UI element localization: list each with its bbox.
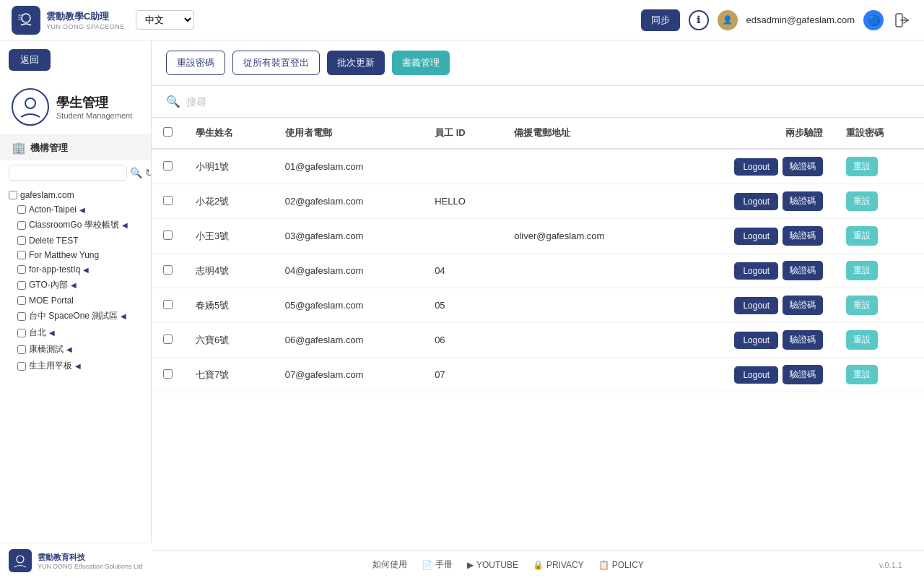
checkbox-taipei[interactable] [17, 329, 26, 337]
sidebar-search-icon[interactable]: 🔍 [130, 167, 142, 178]
verify-button-5[interactable]: 驗證碼 [783, 330, 823, 350]
tree-item-taichung[interactable]: 台中 SpaceOne 測試區 ◀ [14, 308, 145, 324]
row-backup-email-1 [502, 184, 670, 219]
sidebar-tree: gafeslam.com Acton-Taipei ◀ ClassroomGo … [0, 185, 151, 377]
tree-item-gafeslam[interactable]: gafeslam.com [6, 188, 145, 202]
logout-all-button[interactable]: 從所有裝置登出 [232, 51, 320, 75]
checkbox-student-pad[interactable] [17, 362, 26, 371]
tree-label-taichung: 台中 SpaceOne 測試區 [29, 310, 118, 322]
privacy-label: PRIVACY [546, 560, 584, 570]
row-email-0: 01@gafeslam.com [274, 149, 423, 184]
policy-label: POLICY [612, 560, 644, 570]
checkbox-for-app[interactable] [17, 265, 26, 274]
checkbox-gto[interactable] [17, 281, 26, 290]
logout-button-5[interactable]: Logout [734, 332, 778, 349]
row-actions-3: Logout 驗證碼 [670, 254, 834, 288]
logout-button-3[interactable]: Logout [734, 262, 778, 280]
row-checkbox-0[interactable] [163, 161, 173, 171]
tree-item-moe[interactable]: MOE Portal [14, 293, 145, 308]
reset-button-1[interactable]: 重設 [846, 191, 878, 211]
youtube-link[interactable]: ▶ YOUTUBE [467, 560, 518, 570]
tree-item-acton[interactable]: Acton-Taipei ◀ [14, 202, 145, 217]
tree-label-delete-test: Delete TEST [29, 236, 78, 246]
row-email-2: 03@gafeslam.com [274, 219, 423, 254]
footer-links: 如何使用 📄 手冊 ▶ YOUTUBE 🔒 PRIVACY 📋 POLICY [372, 558, 644, 571]
logout-button-0[interactable]: Logout [734, 158, 778, 176]
privacy-link[interactable]: 🔒 PRIVACY [533, 560, 584, 570]
reset-button-6[interactable]: 重設 [846, 365, 878, 384]
row-checkbox-3[interactable] [163, 265, 173, 275]
verify-button-3[interactable]: 驗證碼 [783, 261, 823, 280]
logout-button-6[interactable]: Logout [734, 366, 778, 384]
sidebar-search-input[interactable] [9, 165, 127, 181]
org-management: 🏢 機構管理 [0, 134, 151, 160]
tree-item-student-pad[interactable]: 生主用平板 ◀ [14, 358, 145, 374]
row-checkbox-1[interactable] [163, 196, 173, 205]
svg-rect-0 [15, 9, 37, 31]
sync-button[interactable]: 同步 [641, 9, 680, 31]
tree-item-classroomgo[interactable]: ClassroomGo 學校帳號 ◀ [14, 217, 145, 233]
row-name-4: 春嬌5號 [184, 288, 274, 323]
row-actions-0: Logout 驗證碼 [670, 149, 834, 184]
reset-password-button[interactable]: 重設密碼 [166, 51, 225, 75]
reset-button-5[interactable]: 重設 [846, 330, 878, 350]
reset-button-4[interactable]: 重設 [846, 296, 878, 315]
language-select[interactable]: 中文 English [136, 10, 194, 30]
verify-button-2[interactable]: 驗證碼 [783, 226, 823, 246]
row-empid-0 [423, 149, 502, 184]
tree-item-for-app[interactable]: for-app-testIq ◀ [14, 262, 145, 277]
logout-button-1[interactable]: Logout [734, 193, 778, 210]
reset-button-3[interactable]: 重設 [846, 261, 878, 280]
manual-link[interactable]: 📄 手冊 [422, 558, 453, 571]
select-all-checkbox[interactable] [163, 127, 173, 137]
sidebar-footer: 雲動教育科技 YUN DONG Education Solutions Ltd [0, 543, 152, 551]
sidebar-refresh-icon[interactable]: ↻ [145, 167, 152, 178]
row-name-6: 七寶7號 [184, 358, 274, 392]
header-logout-icon[interactable] [892, 10, 912, 30]
checkbox-moe[interactable] [17, 296, 26, 305]
manual-icon: 📄 [422, 560, 432, 570]
tree-item-delete-test[interactable]: Delete TEST [14, 233, 145, 248]
verify-button-0[interactable]: 驗證碼 [783, 157, 823, 176]
arrow-gto: ◀ [71, 281, 77, 289]
verify-button-1[interactable]: 驗證碼 [783, 191, 823, 211]
checkbox-health[interactable] [17, 345, 26, 354]
version-label: v.0.1.1 [879, 561, 902, 569]
arrow-classroomgo: ◀ [122, 221, 128, 229]
reset-button-2[interactable]: 重設 [846, 226, 878, 246]
checkbox-for-matthew[interactable] [17, 251, 26, 259]
row-checkbox-6[interactable] [163, 369, 173, 379]
tree-label-classroomgo: ClassroomGo 學校帳號 [29, 219, 119, 231]
tree-item-health[interactable]: 康橋測試 ◀ [14, 341, 145, 358]
tree-item-for-matthew[interactable]: For Matthew Yung [14, 248, 145, 262]
main-search-input[interactable] [186, 96, 403, 108]
youtube-icon: ▶ [467, 560, 474, 570]
logout-button-2[interactable]: Logout [734, 228, 778, 245]
checkbox-delete-test[interactable] [17, 236, 26, 245]
table-row: 小王3號 03@gafeslam.com oliver@gafeslam.com… [152, 219, 924, 254]
how-to-use-link[interactable]: 如何使用 [372, 558, 407, 571]
row-checkbox-4[interactable] [163, 300, 173, 309]
row-checkbox-5[interactable] [163, 335, 173, 344]
checkbox-classroomgo[interactable] [17, 221, 26, 230]
tree-item-gto[interactable]: GTO-內部 ◀ [14, 277, 145, 293]
row-checkbox-2[interactable] [163, 230, 173, 240]
notification-icon[interactable]: 🔵 [863, 10, 884, 30]
reset-button-0[interactable]: 重設 [846, 157, 878, 176]
checkbox-acton[interactable] [17, 205, 26, 214]
sidebar-avatar [12, 88, 49, 126]
logout-button-4[interactable]: Logout [734, 297, 778, 314]
tree-item-taipei[interactable]: 台北 ◀ [14, 324, 145, 341]
info-icon[interactable]: ℹ [689, 10, 709, 30]
verify-button-4[interactable]: 驗證碼 [783, 296, 823, 315]
row-empid-5: 06 [423, 323, 502, 358]
policy-link[interactable]: 📋 POLICY [598, 560, 644, 570]
header-right: 同步 ℹ 👤 edsadmin@gafeslam.com 🔵 [641, 9, 912, 31]
batch-update-button[interactable]: 批次更新 [327, 51, 385, 75]
checkbox-gafeslam[interactable] [9, 191, 17, 199]
book-mgmt-button[interactable]: 書義管理 [392, 51, 450, 75]
back-button[interactable]: 返回 [9, 49, 51, 71]
logo-icon [12, 6, 40, 35]
checkbox-taichung[interactable] [17, 312, 26, 321]
verify-button-6[interactable]: 驗證碼 [783, 365, 823, 384]
